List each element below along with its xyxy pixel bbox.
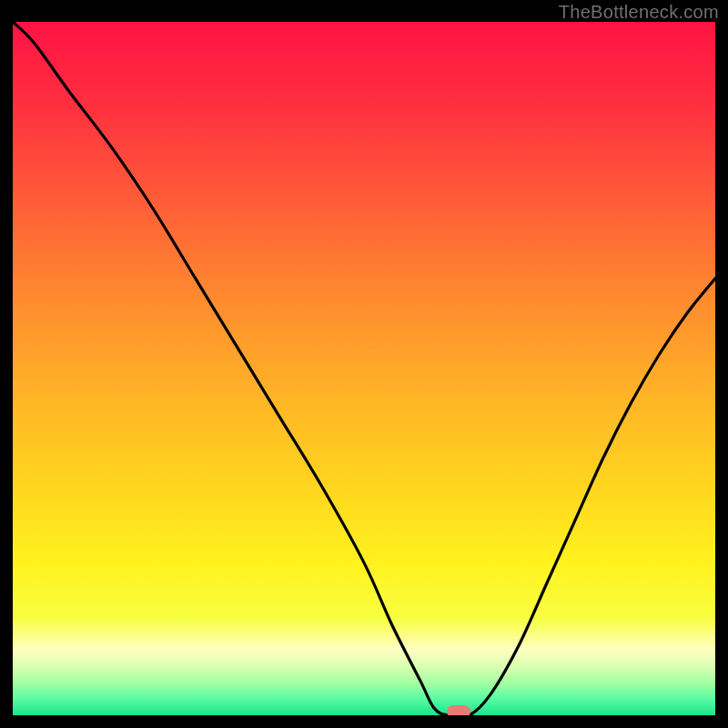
- chart-frame: TheBottleneck.com: [0, 0, 728, 728]
- attribution-text: TheBottleneck.com: [559, 2, 719, 23]
- bottleneck-curve: [13, 22, 715, 715]
- optimal-marker: [447, 705, 470, 715]
- plot-area: [13, 22, 715, 715]
